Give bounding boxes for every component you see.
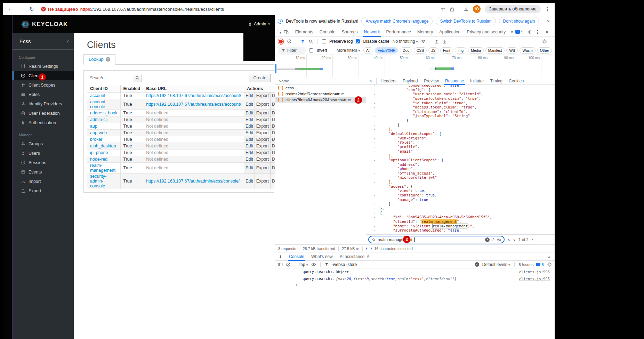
preserve-log-label[interactable]: Preserve log [329,39,353,44]
fold-marker[interactable]: - [373,140,376,145]
device-toolbar-icon[interactable] [283,28,290,36]
drawer-overflow-icon[interactable]: » [548,254,553,259]
fold-marker[interactable]: - [373,149,376,154]
chip-media[interactable]: Media [468,47,484,54]
tab-memory[interactable]: Memory [414,27,436,37]
bookmark-star-icon[interactable]: ☆ [441,6,445,12]
client-id-link[interactable]: elph_desktop [90,144,116,148]
client-id-link[interactable]: realm-management [90,163,115,173]
network-filter-input[interactable]: Filter [278,47,306,54]
delete-button[interactable]: Delete [270,173,275,189]
browser-menu-icon[interactable]: ⋮ [545,6,550,12]
export-button[interactable]: Export [255,92,270,99]
chip-img[interactable]: Img [455,47,467,54]
console-messages-badge[interactable]: 5 [515,30,523,34]
drawer-menu-icon[interactable]: ⋮ [277,254,285,259]
next-match-icon[interactable]: ∨ [513,237,516,242]
tab-sources[interactable]: Sources [339,27,361,37]
edit-button[interactable]: Edit [244,99,255,110]
fold-marker[interactable]: - [373,171,376,176]
create-button[interactable]: Create [249,74,271,82]
base-url-link[interactable]: https://192.168.107.67/auth/realms/ecss/… [146,93,241,98]
chip-other[interactable]: Other [537,47,552,54]
console-sidebar-toggle-icon[interactable] [278,262,283,267]
forward-button[interactable]: → [17,5,26,14]
export-button[interactable]: Export [255,143,270,150]
dont-show-again-button[interactable]: Don't show again [499,17,539,25]
source-link[interactable]: clients.js:995 [515,277,550,281]
export-button[interactable]: Export [255,156,270,163]
filter-toggle-icon[interactable] [300,39,305,44]
delete-button[interactable]: Delete [270,123,275,130]
fold-marker[interactable]: - [373,88,376,92]
log-levels-dropdown[interactable]: Default levels ▾ [482,262,510,267]
fold-marker[interactable]: - [373,105,376,110]
switch-russian-button[interactable]: Switch DevTools to Russian [436,17,496,25]
invert-label[interactable]: Invert [317,48,327,53]
fold-marker[interactable]: - [373,202,376,206]
issues-counter[interactable]: 5 Issues: 5 [519,263,544,267]
export-button[interactable]: Export [255,150,270,156]
detail-tab-preview[interactable]: Preview [421,77,442,85]
tab-lookup[interactable]: Lookup ? [83,54,115,65]
sidebar-item-realm-settings[interactable]: Realm Settings [13,62,74,71]
client-id-link[interactable]: aup [90,124,97,129]
delete-button[interactable]: Delete [270,150,275,156]
record-network-log-icon[interactable] [279,40,283,43]
disable-cache-label[interactable]: Disable cache [363,39,389,44]
sidebar-item-authentication[interactable]: Authentication [13,118,74,127]
export-button[interactable]: Export [255,99,270,110]
tab-performance[interactable]: Performance [383,27,414,37]
more-filters-dropdown[interactable]: More filters ▾ [337,48,360,53]
export-button[interactable]: Export [255,110,270,116]
fold-marker[interactable]: - [373,123,376,127]
more-tabs-icon[interactable]: » [509,29,515,34]
sidebar-item-events[interactable]: Events [13,167,74,177]
help-icon[interactable]: ? [106,57,110,62]
edit-button[interactable]: Edit [244,130,255,136]
fold-marker[interactable]: - [373,127,376,131]
chip-fetchxhr[interactable]: Fetch/XHR [375,47,398,54]
network-search-icon[interactable] [308,39,313,44]
downloads-icon[interactable] [464,7,469,12]
client-id-link[interactable]: security-admin-console [90,174,106,188]
sidebar-item-identity-providers[interactable]: Identity Providers [13,99,74,108]
fold-marker[interactable]: - [373,197,376,202]
fold-marker[interactable]: - [373,188,376,193]
chip-js[interactable]: JS [428,47,438,54]
export-button[interactable]: Export [255,163,270,173]
expand-triangle-icon[interactable]: ▸ [332,277,336,281]
sidebar-item-groups[interactable]: Groups [13,139,74,148]
search-button[interactable] [133,74,142,82]
fold-marker[interactable]: - [373,101,376,105]
console-filter-input[interactable]: -webso -store [332,262,357,267]
delete-button[interactable]: Delete [270,110,275,116]
chip-css[interactable]: CSS [414,47,427,54]
export-button[interactable]: Export [255,130,270,136]
match-case-toggle-icon[interactable]: Aa [497,238,501,242]
export-button[interactable]: Export [255,123,270,130]
search-input[interactable] [87,74,133,82]
match-language-button[interactable]: Always match Chrome's language [361,17,433,25]
live-expression-eye-icon[interactable] [311,262,316,267]
detail-tab-response[interactable]: Response [442,77,467,85]
client-id-link[interactable]: account [90,93,105,98]
export-har-icon[interactable] [442,39,447,44]
url-text[interactable]: https://192.168.107.67/auth/admin/master… [80,7,224,12]
sidebar-item-import[interactable]: Import [13,177,74,186]
admin-menu[interactable]: Admin ∨ [248,21,270,27]
edit-button[interactable]: Edit [244,173,255,189]
close-devtools-icon[interactable]: × [544,29,550,35]
fold-marker[interactable]: - [373,180,376,184]
close-detail-icon[interactable]: × [366,78,375,83]
regex-toggle-icon[interactable]: .* [492,238,494,242]
settings-gear-icon[interactable] [527,30,532,34]
edit-button[interactable]: Edit [244,150,255,156]
chip-manifest[interactable]: Manifest [485,47,505,54]
previous-match-icon[interactable]: ∧ [507,237,510,242]
close-search-icon[interactable]: × [531,237,533,242]
client-id-link[interactable]: aup-web [90,130,107,135]
fold-marker[interactable]: - [373,153,376,158]
keycloak-logo[interactable]: KEYCLOAK [13,21,68,28]
address-bar[interactable]: ✕ Не защищено https://192.168.107.67/aut… [41,7,440,12]
